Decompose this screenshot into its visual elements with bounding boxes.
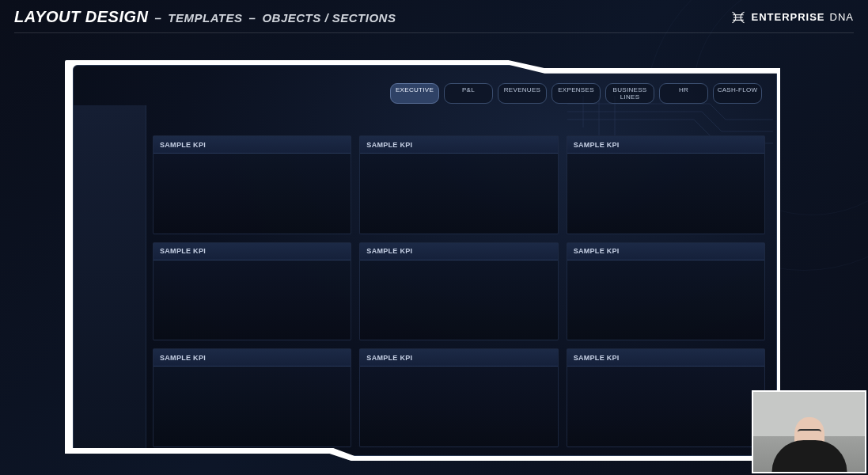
- kpi-card-title: SAMPLE KPI: [160, 141, 206, 149]
- dashboard-frame: EXECUTIVE P&L REVENUES EXPENSES BUSINESS…: [65, 60, 780, 461]
- tab-bar: EXECUTIVE P&L REVENUES EXPENSES BUSINESS…: [390, 83, 762, 104]
- kpi-card-title: SAMPLE KPI: [366, 247, 412, 255]
- title-main: LAYOUT DESIGN: [14, 8, 148, 26]
- slide-title: LAYOUT DESIGN – TEMPLATES – OBJECTS / SE…: [14, 8, 396, 26]
- tab-expenses[interactable]: EXPENSES: [552, 83, 601, 104]
- kpi-card[interactable]: SAMPLE KPI: [359, 348, 558, 447]
- slide-header: LAYOUT DESIGN – TEMPLATES – OBJECTS / SE…: [0, 0, 868, 31]
- kpi-card-title: SAMPLE KPI: [160, 247, 206, 255]
- kpi-card-title: SAMPLE KPI: [366, 354, 412, 362]
- kpi-card-header: SAMPLE KPI: [154, 349, 351, 367]
- title-sub2: OBJECTS / SECTIONS: [262, 11, 396, 25]
- title-sep1: –: [154, 11, 161, 25]
- kpi-card[interactable]: SAMPLE KPI: [567, 348, 765, 447]
- kpi-card-header: SAMPLE KPI: [567, 243, 764, 260]
- kpi-card[interactable]: SAMPLE KPI: [567, 135, 765, 234]
- glasses-icon: [798, 429, 821, 435]
- dashboard-panel: EXECUTIVE P&L REVENUES EXPENSES BUSINESS…: [73, 65, 777, 456]
- tab-business-lines[interactable]: BUSINESS LINES: [605, 83, 654, 104]
- kpi-card-header: SAMPLE KPI: [154, 136, 351, 154]
- tab-hr[interactable]: HR: [659, 83, 708, 104]
- kpi-card[interactable]: SAMPLE KPI: [567, 242, 765, 341]
- header-divider: [14, 32, 854, 33]
- title-sub1: TEMPLATES: [168, 11, 242, 25]
- kpi-card-header: SAMPLE KPI: [567, 136, 764, 154]
- dashboard-outer-shell: EXECUTIVE P&L REVENUES EXPENSES BUSINESS…: [65, 60, 780, 461]
- presenter-body: [771, 440, 847, 472]
- tab-cash-flow[interactable]: CASH-FLOW: [713, 83, 762, 104]
- tab-revenues[interactable]: REVENUES: [498, 83, 547, 104]
- webcam-overlay: [752, 390, 866, 473]
- tab-executive[interactable]: EXECUTIVE: [390, 83, 439, 104]
- kpi-card-title: SAMPLE KPI: [574, 141, 620, 149]
- kpi-card-header: SAMPLE KPI: [154, 243, 351, 260]
- kpi-card-title: SAMPLE KPI: [574, 354, 620, 362]
- brand-name-bold: ENTERPRISE: [751, 11, 824, 23]
- brand-name-thin: DNA: [830, 11, 854, 23]
- kpi-card[interactable]: SAMPLE KPI: [153, 242, 351, 341]
- kpi-card-title: SAMPLE KPI: [574, 247, 620, 255]
- title-sep2: –: [249, 11, 256, 25]
- kpi-card-header: SAMPLE KPI: [567, 349, 764, 367]
- kpi-card-header: SAMPLE KPI: [360, 136, 557, 154]
- dna-icon: [730, 10, 746, 25]
- kpi-card[interactable]: SAMPLE KPI: [359, 135, 558, 234]
- webcam-feed: [753, 392, 865, 472]
- tab-pnl[interactable]: P&L: [444, 83, 493, 104]
- kpi-grid: SAMPLE KPI SAMPLE KPI SAMPLE KPI SAMPLE …: [153, 135, 765, 447]
- sidebar: [74, 105, 146, 455]
- kpi-card[interactable]: SAMPLE KPI: [359, 242, 558, 341]
- brand-logo: ENTERPRISE DNA: [730, 10, 854, 25]
- kpi-card-title: SAMPLE KPI: [160, 354, 206, 362]
- kpi-card-header: SAMPLE KPI: [360, 243, 557, 260]
- kpi-card-title: SAMPLE KPI: [366, 141, 412, 149]
- kpi-card[interactable]: SAMPLE KPI: [153, 135, 351, 234]
- kpi-card[interactable]: SAMPLE KPI: [153, 348, 351, 447]
- kpi-card-header: SAMPLE KPI: [360, 349, 557, 367]
